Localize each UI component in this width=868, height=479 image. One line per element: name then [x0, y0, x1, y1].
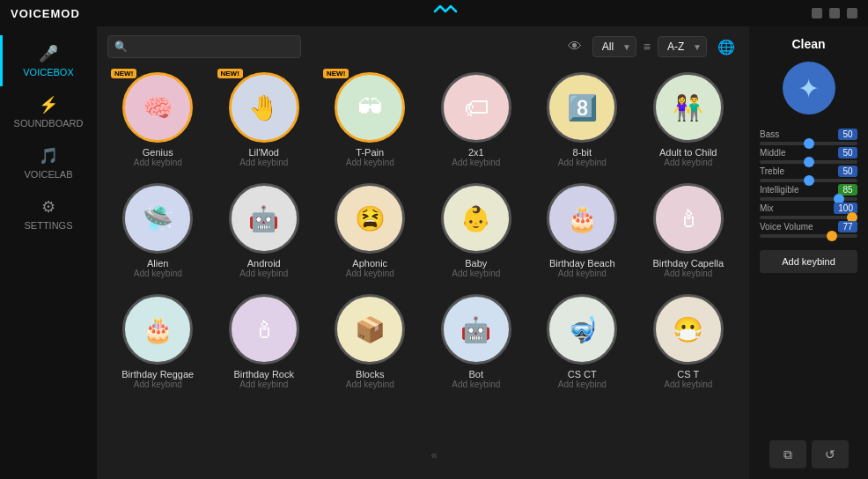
sidebar: 🎤 VOICEBOX ⚡ SOUNDBOARD 🎵 VOICELAB ⚙ SET… — [0, 26, 97, 479]
voice-item-adult[interactable]: 👫 Adult to Child Add keybind — [638, 67, 739, 173]
filter-select-wrap: All ▼ — [592, 36, 636, 57]
search-container: 🔍 — [107, 35, 301, 58]
panel-voice-title: Clean — [760, 37, 857, 51]
slider-input-treble[interactable] — [760, 179, 857, 182]
minimize-button[interactable] — [812, 8, 822, 18]
voice-item-baby[interactable]: 👶 Baby Add keybind — [426, 178, 527, 284]
voice-item-cst[interactable]: 😷 CS T Add keybind — [638, 289, 739, 394]
voice-keybind-brock[interactable]: Add keybind — [239, 380, 288, 389]
voice-item-bot[interactable]: 🤖 Bot Add keybind — [426, 289, 527, 394]
voice-keybind-android[interactable]: Add keybind — [239, 269, 288, 278]
voice-item-bbeach[interactable]: 🎂 Birthday Beach Add keybind — [532, 178, 633, 284]
sort-select[interactable]: A-Z Z-A — [658, 36, 707, 57]
sidebar-item-voicelab[interactable]: 🎵 VOICELAB — [0, 137, 97, 188]
voice-keybind-litmod[interactable]: Add keybind — [239, 158, 288, 167]
voice-circle-breggae: 🎂 — [122, 294, 193, 365]
voice-circle-baby: 👶 — [441, 183, 511, 254]
voice-keybind-bot[interactable]: Add keybind — [452, 380, 500, 389]
voice-item-8bit[interactable]: 8️⃣ 8-bit Add keybind — [532, 67, 633, 173]
voice-name-bbeach: Birthday Beach — [549, 258, 615, 269]
voicebox-icon: 🎤 — [39, 44, 58, 63]
sidebar-item-soundboard[interactable]: ⚡ SOUNDBOARD — [0, 86, 97, 137]
voicelab-icon: 🎵 — [39, 146, 58, 166]
slider-row-bass: Bass 50 — [760, 129, 857, 145]
new-badge: NEW! — [111, 69, 136, 78]
voice-item-blocks[interactable]: 📦 Blocks Add keybind — [320, 289, 421, 394]
voice-name-8bit: 8-bit — [573, 147, 592, 158]
voice-keybind-8bit[interactable]: Add keybind — [558, 158, 607, 167]
voice-item-tpain[interactable]: NEW! 🕶 T-Pain Add keybind — [320, 67, 421, 173]
collapse-icon: « — [431, 449, 438, 461]
voice-item-brock[interactable]: 🕯 Birthday Rock Add keybind — [214, 289, 315, 394]
slider-input-middle[interactable] — [760, 160, 857, 164]
voice-keybind-tpain[interactable]: Add keybind — [346, 158, 394, 167]
voice-keybind-bcapella[interactable]: Add keybind — [664, 269, 712, 278]
voice-circle-brock: 🕯 — [229, 294, 299, 365]
voice-item-litmod[interactable]: NEW! 🤚 Lil'Mod Add keybind — [214, 67, 315, 173]
voice-circle-2x1: 🏷 — [441, 72, 511, 143]
search-input[interactable] — [107, 35, 301, 58]
voice-name-baby: Baby — [465, 258, 487, 269]
filter-select[interactable]: All — [592, 36, 636, 57]
voice-keybind-bbeach[interactable]: Add keybind — [558, 269, 607, 278]
voice-keybind-2x1[interactable]: Add keybind — [452, 158, 500, 167]
content-area: 🔍 👁 All ▼ ≡ A-Z Z-A ▼ — [97, 26, 749, 479]
voice-keybind-alien[interactable]: Add keybind — [134, 269, 182, 278]
voice-item-genius[interactable]: NEW! 🧠 Genius Add keybind — [107, 67, 209, 173]
globe-button[interactable]: 🌐 — [714, 37, 739, 57]
voice-item-bcapella[interactable]: 🕯 Birthday Capella Add keybind — [638, 178, 739, 284]
slider-row-mix: Mix 100 — [760, 203, 857, 219]
slider-input-voice volume[interactable] — [760, 234, 857, 238]
toolbar-right: 👁 All ▼ ≡ A-Z Z-A ▼ 🌐 — [564, 36, 739, 57]
sidebar-item-voicebox[interactable]: 🎤 VOICEBOX — [0, 35, 97, 86]
titlebar: VOICEMOD — [0, 0, 868, 26]
visibility-toggle-button[interactable]: 👁 — [564, 37, 585, 56]
voice-circle-bcapella: 🕯 — [653, 183, 724, 254]
voice-circle-alien: 🛸 — [122, 183, 193, 254]
maximize-button[interactable] — [829, 8, 840, 18]
slider-input-intelligible[interactable] — [760, 197, 857, 201]
sidebar-label-voicelab: VOICELAB — [24, 169, 72, 180]
settings-icon: ⚙ — [41, 197, 55, 217]
slider-input-bass[interactable] — [760, 142, 857, 145]
sidebar-item-settings[interactable]: ⚙ SETTINGS — [0, 188, 97, 240]
slider-input-mix[interactable] — [760, 216, 857, 219]
voice-grid: NEW! 🧠 Genius Add keybind NEW! 🤚 Lil'Mod… — [97, 67, 749, 479]
add-keybind-button[interactable]: Add keybind — [760, 250, 857, 273]
close-button[interactable] — [847, 8, 857, 18]
voice-keybind-adult[interactable]: Add keybind — [664, 158, 712, 167]
titlebar-logo-center — [428, 4, 463, 23]
voice-keybind-genius[interactable]: Add keybind — [134, 158, 182, 167]
voice-item-android[interactable]: 🤖 Android Add keybind — [214, 178, 315, 284]
voice-circle-cst: 😷 — [653, 294, 724, 365]
sidebar-label-soundboard: SOUNDBOARD — [14, 118, 84, 129]
soundboard-icon: ⚡ — [39, 95, 58, 114]
voice-keybind-csct[interactable]: Add keybind — [558, 380, 607, 389]
refresh-button[interactable]: ↺ — [812, 440, 849, 468]
slider-row-middle: Middle 50 — [760, 147, 857, 164]
window-controls — [812, 8, 857, 18]
sort-select-wrap: A-Z Z-A ▼ — [658, 36, 707, 57]
main-layout: 🎤 VOICEBOX ⚡ SOUNDBOARD 🎵 VOICELAB ⚙ SET… — [0, 26, 868, 479]
voice-name-aphonic: Aphonic — [352, 258, 387, 269]
voice-keybind-breggae[interactable]: Add keybind — [134, 380, 182, 389]
voice-name-bot: Bot — [468, 369, 483, 380]
voice-item-csct[interactable]: 🤿 CS CT Add keybind — [532, 289, 633, 394]
voice-name-brock: Birthday Rock — [234, 369, 294, 380]
slider-row-treble: Treble 50 — [760, 166, 857, 182]
voice-item-aphonic[interactable]: 😫 Aphonic Add keybind — [320, 178, 421, 284]
voice-name-adult: Adult to Child — [659, 147, 717, 158]
voice-keybind-cst[interactable]: Add keybind — [664, 380, 712, 389]
voice-circle-bot: 🤖 — [441, 294, 511, 365]
right-panel: Clean ✦ Bass 50 Middle 50 Treble 50 Inte… — [749, 26, 868, 479]
voice-keybind-aphonic[interactable]: Add keybind — [346, 269, 394, 278]
sidebar-collapse-button[interactable]: « — [431, 440, 438, 470]
voice-keybind-baby[interactable]: Add keybind — [452, 269, 500, 278]
voice-item-alien[interactable]: 🛸 Alien Add keybind — [107, 178, 209, 284]
voice-item-2x1[interactable]: 🏷 2x1 Add keybind — [426, 67, 527, 173]
voice-keybind-blocks[interactable]: Add keybind — [346, 380, 394, 389]
voice-circle-android: 🤖 — [229, 183, 299, 254]
voice-name-tpain: T-Pain — [356, 147, 384, 158]
voice-item-breggae[interactable]: 🎂 Birthday Reggae Add keybind — [107, 289, 209, 394]
copy-button[interactable]: ⧉ — [769, 440, 806, 468]
